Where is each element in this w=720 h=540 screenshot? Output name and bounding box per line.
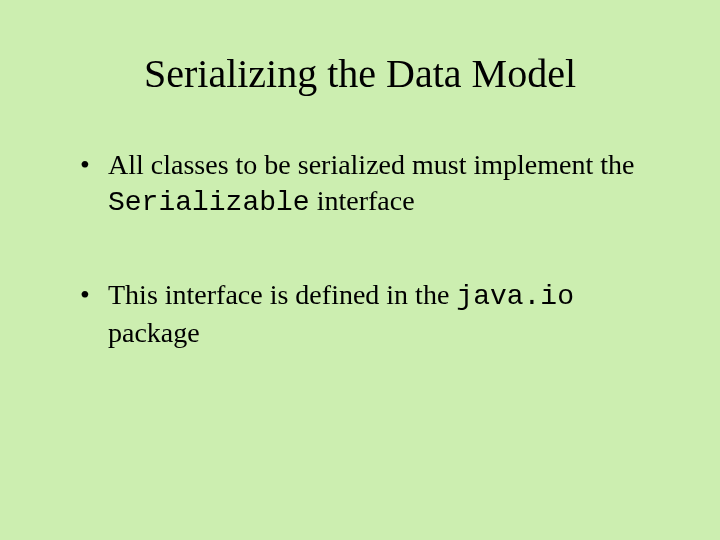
bullet-list: All classes to be serialized must implem…: [60, 147, 660, 352]
bullet-text-post: interface: [310, 185, 415, 216]
code-token: java.io: [456, 281, 574, 312]
bullet-text-pre: This interface is defined in the: [108, 279, 456, 310]
slide-title: Serializing the Data Model: [60, 50, 660, 97]
bullet-text-post: package: [108, 317, 200, 348]
list-item: All classes to be serialized must implem…: [80, 147, 650, 222]
slide: Serializing the Data Model All classes t…: [0, 0, 720, 540]
code-token: Serializable: [108, 187, 310, 218]
bullet-text-pre: All classes to be serialized must implem…: [108, 149, 634, 180]
list-item: This interface is defined in the java.io…: [80, 277, 650, 352]
